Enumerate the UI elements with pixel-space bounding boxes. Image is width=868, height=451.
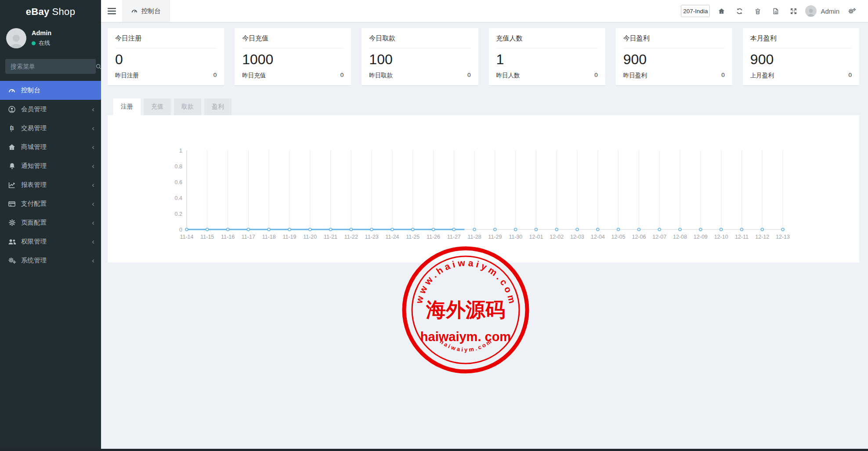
chevron-left-icon: ‹ (92, 124, 94, 132)
svg-text:0.2: 0.2 (175, 211, 182, 217)
sidebar-item-dashboard[interactable]: 控制台 (0, 81, 101, 100)
sidebar-item-permissions[interactable]: 权限管理 ‹ (0, 232, 101, 251)
svg-text:11-15: 11-15 (200, 234, 214, 240)
file-refresh-icon[interactable] (767, 0, 785, 22)
svg-text:B: B (10, 125, 14, 131)
user-status: 在线 (32, 39, 51, 47)
svg-text:0: 0 (179, 227, 182, 233)
svg-text:12-12: 12-12 (755, 234, 769, 240)
person-icon (6, 31, 26, 48)
registrations-chart: 00.20.40.60.8111-1411-1511-1611-1711-181… (108, 115, 859, 262)
sidebar-item-label: 支付配置 (21, 200, 47, 208)
user-circle-icon (7, 105, 17, 113)
region-input[interactable] (681, 5, 710, 17)
home-icon[interactable] (712, 0, 731, 22)
admin-label: Admin (821, 7, 839, 15)
card-value: 900 (750, 50, 852, 69)
svg-text:12-04: 12-04 (591, 234, 605, 240)
refresh-icon[interactable] (731, 0, 749, 22)
svg-text:0.6: 0.6 (175, 179, 182, 185)
stat-card-withdrawals: 今日取款 100 昨日取款 0 (362, 28, 478, 85)
sidebar-item-system[interactable]: 系统管理 ‹ (0, 251, 101, 270)
card-sub-value: 0 (213, 72, 217, 80)
svg-text:12-13: 12-13 (776, 234, 790, 240)
chevron-left-icon: ‹ (92, 219, 94, 226)
svg-text:12-01: 12-01 (529, 234, 543, 240)
card-sub-label: 昨日人数 (496, 72, 520, 80)
chart-panel: 注册 充值 取款 盈利 00.20.40.60.8111-1411-1511-1… (108, 98, 859, 262)
svg-text:0.8: 0.8 (175, 164, 182, 170)
svg-text:11-24: 11-24 (385, 234, 399, 240)
hamburger-menu-icon[interactable] (101, 0, 122, 22)
sidebar-item-transactions[interactable]: B 交易管理 ‹ (0, 119, 101, 138)
sidebar-item-label: 交易管理 (21, 124, 47, 132)
svg-text:11-20: 11-20 (303, 234, 317, 240)
sidebar-item-payment-config[interactable]: 支付配置 ‹ (0, 194, 101, 213)
tab-dashboard[interactable]: 控制台 (122, 0, 170, 22)
sidebar-item-reports[interactable]: 报表管理 ‹ (0, 175, 101, 194)
svg-text:12-03: 12-03 (570, 234, 584, 240)
svg-text:1: 1 (179, 148, 182, 154)
sidebar-item-label: 控制台 (21, 86, 40, 95)
users-icon (7, 238, 17, 245)
tab-profit[interactable]: 盈利 (204, 98, 231, 115)
search-input[interactable] (5, 63, 95, 70)
card-sub-label: 昨日盈利 (623, 72, 647, 80)
card-title: 今日注册 (115, 34, 217, 43)
sidebar-search (5, 59, 96, 74)
sidebar-item-members[interactable]: 会员管理 ‹ (0, 100, 101, 119)
fullscreen-icon[interactable] (785, 0, 803, 22)
card-sub-label: 昨日取款 (369, 72, 393, 80)
svg-text:11-26: 11-26 (427, 234, 440, 240)
cogs-icon[interactable] (843, 0, 861, 22)
svg-text:11-21: 11-21 (324, 234, 337, 240)
sidebar-item-label: 商城管理 (21, 143, 47, 151)
card-value: 100 (369, 50, 470, 69)
svg-text:11-25: 11-25 (406, 234, 420, 240)
tab-register[interactable]: 注册 (113, 98, 141, 115)
chevron-left-icon: ‹ (92, 105, 94, 113)
stat-cards: 今日注册 0 昨日注册 0 今日充值 1000 昨日充值 0 今日取款 100 … (108, 28, 859, 85)
card-sub-label: 昨日充值 (242, 72, 266, 80)
user-panel: Admin 在线 (0, 24, 101, 51)
card-sub-label: 上月盈利 (750, 72, 774, 80)
line-chart-canvas: 00.20.40.60.8111-1411-1511-1611-1711-181… (108, 115, 859, 262)
stat-card-registrations: 今日注册 0 昨日注册 0 (108, 28, 224, 85)
card-sub-value: 0 (721, 72, 725, 80)
svg-text:12-07: 12-07 (652, 234, 666, 240)
chevron-left-icon: ‹ (92, 162, 94, 170)
admin-menu[interactable]: Admin (805, 5, 839, 17)
svg-text:0.4: 0.4 (175, 195, 182, 201)
card-value: 900 (623, 50, 725, 69)
card-sub-value: 0 (340, 72, 344, 80)
divider (496, 48, 598, 48)
dashboard-icon (7, 87, 17, 95)
card-title: 本月盈利 (750, 34, 852, 43)
card-sub-value: 0 (849, 72, 852, 80)
svg-text:12-11: 12-11 (735, 234, 749, 240)
card-sub-label: 昨日注册 (115, 72, 139, 80)
trash-icon[interactable] (749, 0, 767, 22)
sidebar-item-notifications[interactable]: 通知管理 ‹ (0, 156, 101, 175)
search-icon[interactable] (95, 63, 102, 70)
bitcoin-icon: B (7, 124, 17, 132)
svg-text:12-05: 12-05 (611, 234, 626, 240)
app-logo: eBay Shop (0, 0, 101, 24)
sidebar-item-label: 权限管理 (21, 237, 47, 246)
divider (369, 48, 470, 48)
sidebar-item-label: 页面配置 (21, 218, 47, 227)
logo-light: Shop (52, 6, 76, 18)
card-value: 1000 (242, 50, 344, 69)
sidebar-item-label: 通知管理 (21, 162, 47, 170)
svg-text:11-29: 11-29 (488, 234, 502, 240)
svg-text:12-06: 12-06 (632, 234, 646, 240)
tab-dashboard-label: 控制台 (141, 7, 161, 15)
chevron-left-icon: ‹ (92, 238, 94, 245)
cogs-icon (7, 257, 17, 264)
svg-text:11-14: 11-14 (180, 234, 193, 240)
sidebar-item-page-config[interactable]: 页面配置 ‹ (0, 213, 101, 232)
tab-deposit[interactable]: 充值 (144, 98, 171, 115)
sidebar-item-mall[interactable]: 商城管理 ‹ (0, 138, 101, 156)
tab-withdraw[interactable]: 取款 (174, 98, 201, 115)
user-name: Admin (32, 29, 51, 36)
